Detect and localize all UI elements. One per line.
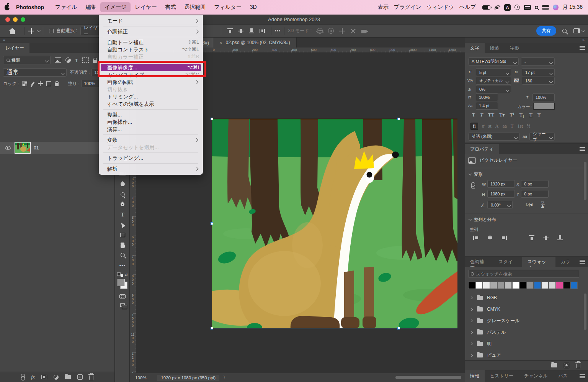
menu-item[interactable]: すべての領域を表示 [99, 100, 203, 108]
align-horizontal-centers-icon[interactable] [487, 235, 493, 240]
adjustment-layer-icon[interactable] [54, 375, 59, 380]
filter-type-layers-icon[interactable]: T [75, 57, 78, 63]
lock-all-icon[interactable] [55, 83, 59, 86]
panel-menu-icon[interactable] [580, 46, 585, 50]
screen-mode-icon[interactable] [115, 303, 130, 307]
leading-dropdown[interactable]: 17 pt [522, 68, 555, 76]
baseline-shift-field[interactable]: 1.4 pt [476, 102, 498, 110]
chevron-right-icon[interactable] [470, 354, 473, 356]
chevron-right-icon[interactable] [470, 319, 473, 322]
layer-filter-dropdown[interactable]: 種類 [3, 56, 51, 64]
transform-handle-top-left[interactable] [211, 118, 213, 120]
align-left-edges-icon[interactable] [473, 235, 479, 240]
new-group-icon[interactable] [65, 375, 71, 379]
transform-handle-left-middle[interactable] [211, 222, 213, 225]
fill-value[interactable]: 100% [81, 80, 100, 87]
zoom-tool-icon[interactable] [115, 253, 130, 257]
font-style-dropdown[interactable]: - [521, 57, 555, 66]
menubar-item[interactable]: 表示 [375, 2, 391, 12]
layer-effects-icon[interactable]: fx [31, 374, 34, 380]
blend-mode-dropdown[interactable]: 通常 [3, 68, 67, 77]
type-style-button[interactable]: T¹ [510, 112, 514, 118]
share-button[interactable]: 共有 [536, 26, 556, 36]
menu-item[interactable] [103, 163, 198, 164]
x-field[interactable]: 0 px [521, 180, 549, 188]
info-panel-tab[interactable]: チャンネル [519, 370, 553, 382]
layer-row[interactable]: 01 [0, 142, 115, 154]
menubar-item[interactable]: イメージ [100, 2, 131, 12]
align-top-edges-icon[interactable] [227, 28, 233, 33]
type-tool-icon[interactable]: T [115, 212, 130, 218]
close-tab-icon[interactable]: × [219, 40, 222, 46]
color-swatch[interactable] [475, 282, 483, 289]
layer-thumbnail[interactable] [15, 143, 30, 153]
vertical-scale-field[interactable]: 100% [476, 93, 498, 101]
chevron-right-icon[interactable] [470, 342, 473, 345]
rectangle-tool-icon[interactable] [115, 233, 130, 237]
type-style-button[interactable]: Ŧ [537, 112, 541, 118]
flip-vertical-icon[interactable]: ▷|◀ [541, 202, 545, 207]
horizontal-scale-field[interactable]: 100% [532, 93, 555, 101]
color-swatch[interactable] [570, 282, 578, 289]
swatches-panel-tab[interactable]: カラー [555, 257, 580, 267]
opentype-button[interactable]: T [511, 123, 514, 129]
link-layers-icon[interactable] [21, 374, 24, 380]
menu-item[interactable] [103, 134, 198, 135]
menu-item[interactable]: 演算... [99, 126, 203, 133]
chevron-right-icon[interactable] [470, 331, 473, 333]
layer-visibility-eye-icon[interactable] [5, 146, 11, 150]
opentype-button[interactable]: 1st [517, 123, 523, 129]
opentype-button[interactable]: aa [503, 123, 507, 129]
menu-item[interactable] [103, 37, 198, 37]
color-swatch[interactable] [541, 282, 549, 289]
swatch-search-input[interactable] [476, 272, 577, 276]
color-swatch[interactable] [556, 282, 563, 289]
language-dropdown[interactable]: 英語 (米国) [468, 133, 519, 141]
align-vertical-centers-icon[interactable] [238, 28, 243, 33]
foreground-background-swatches[interactable] [115, 279, 130, 289]
menubar-item[interactable]: レイヤー [131, 2, 161, 12]
swap-colors-icon[interactable]: ⇄ [124, 272, 127, 277]
type-style-button[interactable]: T [529, 112, 532, 118]
menu-item[interactable]: 画像操作... [99, 118, 203, 126]
font-size-dropdown[interactable]: 5 pt [476, 68, 511, 76]
opentype-button[interactable]: st [488, 123, 491, 129]
menubar-item[interactable]: 書式 [161, 2, 180, 12]
swatch-search-box[interactable] [468, 270, 579, 278]
align-right-edges-icon[interactable] [501, 235, 507, 240]
panel-scrollbar[interactable] [584, 293, 586, 330]
menubar-item[interactable]: プラグイン [391, 2, 424, 12]
hand-tool-icon[interactable] [115, 243, 130, 248]
battery-icon[interactable] [482, 5, 490, 10]
align-bottom-edges-icon[interactable] [249, 28, 254, 33]
lock-artboard-icon[interactable] [46, 81, 51, 86]
home-icon[interactable] [10, 31, 15, 34]
spotlight-search-icon[interactable] [535, 6, 538, 9]
type-style-button[interactable]: T [480, 112, 483, 118]
swatches-panel-tab[interactable]: スタイル [493, 257, 522, 267]
search-icon[interactable] [562, 29, 567, 33]
edit-toolbar-icon[interactable]: ••• [115, 263, 130, 269]
menu-item[interactable]: 解析 [99, 165, 203, 172]
menu-item[interactable]: データセットを適用... [99, 144, 203, 151]
opentype-button[interactable]: A [495, 123, 499, 129]
text-color-swatch[interactable] [533, 103, 555, 110]
menubar-clock[interactable]: 月 15:36 [562, 4, 583, 11]
menubar-item[interactable]: ヘルプ [457, 2, 479, 12]
right-dock-collapse[interactable]: » [465, 38, 588, 43]
type-style-button[interactable]: Tᴛ [499, 112, 505, 118]
width-field[interactable]: 1920 px [487, 180, 515, 188]
delete-swatch-icon[interactable] [576, 364, 580, 368]
swatch-group-row[interactable]: ピュア [465, 349, 588, 361]
angle-dropdown[interactable]: 0.00° [487, 201, 513, 209]
swatch-group-row[interactable]: パステル [465, 326, 588, 338]
tab-layers[interactable]: レイヤー [0, 43, 29, 53]
antialias-dropdown[interactable]: シャープ [529, 133, 555, 141]
document-info[interactable]: 1920 px x 1080 px (350 ppi) [157, 375, 219, 381]
align-vertical-centers-icon[interactable] [543, 235, 549, 240]
transform-handle-bottom-left[interactable] [211, 327, 213, 330]
align-more-options[interactable]: ••• [275, 28, 281, 34]
menu-item[interactable]: 自動トーン補正 ⇧⌘L [99, 39, 203, 46]
menubar-app-name[interactable]: Photoshop [12, 3, 51, 12]
character-panel-tab[interactable]: 段落 [485, 43, 505, 53]
